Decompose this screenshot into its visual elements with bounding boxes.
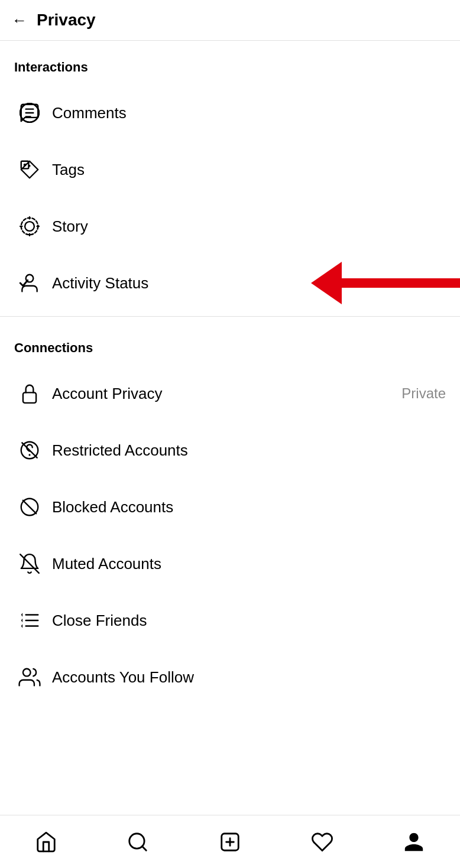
- lock-icon: [14, 378, 45, 409]
- page-title: Privacy: [37, 11, 96, 30]
- story-item[interactable]: Story: [0, 198, 460, 255]
- accounts-you-follow-item[interactable]: Accounts You Follow: [0, 649, 460, 706]
- search-icon: [127, 831, 149, 853]
- connections-section: Connections Account Privacy Private: [0, 321, 460, 706]
- svg-marker-23: [21, 619, 22, 622]
- comments-label: Comments: [52, 104, 127, 122]
- svg-marker-22: [21, 613, 22, 616]
- likes-nav-item[interactable]: [304, 824, 340, 860]
- comment-icon: [14, 97, 45, 128]
- muted-icon: [14, 548, 45, 579]
- back-button[interactable]: ←: [12, 11, 27, 30]
- close-friends-item[interactable]: Close Friends: [0, 592, 460, 649]
- section-divider: [0, 316, 460, 317]
- activity-status-item[interactable]: Activity Status: [0, 255, 460, 311]
- bottom-nav: [0, 815, 460, 868]
- svg-rect-12: [23, 392, 36, 402]
- muted-accounts-label: Muted Accounts: [52, 555, 161, 573]
- close-friends-label: Close Friends: [52, 612, 147, 630]
- search-nav-item[interactable]: [120, 824, 156, 860]
- svg-line-17: [23, 500, 36, 513]
- tags-label: Tags: [52, 161, 85, 179]
- comments-item[interactable]: Comments: [0, 84, 460, 141]
- blocked-icon: [14, 492, 45, 522]
- account-privacy-value: Private: [401, 385, 446, 402]
- restricted-accounts-item[interactable]: Restricted Accounts: [0, 422, 460, 479]
- likes-icon: [311, 831, 333, 853]
- activity-status-label: Activity Status: [52, 274, 148, 292]
- account-privacy-label: Account Privacy: [52, 385, 162, 403]
- story-label: Story: [52, 217, 88, 236]
- tag-icon: [14, 154, 45, 185]
- svg-point-5: [21, 218, 38, 235]
- new-post-icon: [219, 831, 241, 853]
- home-nav-item[interactable]: [28, 824, 64, 860]
- profile-nav-item[interactable]: [396, 824, 432, 860]
- svg-line-27: [142, 846, 147, 850]
- content: Interactions Comments: [0, 41, 460, 765]
- story-icon: [14, 211, 45, 242]
- svg-point-6: [25, 222, 34, 231]
- restricted-accounts-label: Restricted Accounts: [52, 441, 188, 460]
- muted-accounts-item[interactable]: Muted Accounts: [0, 535, 460, 592]
- blocked-accounts-item[interactable]: Blocked Accounts: [0, 479, 460, 535]
- connections-label: Connections: [0, 321, 460, 365]
- activity-icon: [14, 268, 45, 298]
- tags-item[interactable]: Tags: [0, 141, 460, 198]
- svg-marker-24: [21, 624, 22, 628]
- arrow-annotation: [311, 262, 460, 304]
- new-post-nav-item[interactable]: [212, 824, 248, 860]
- profile-icon: [403, 831, 425, 853]
- svg-point-14: [28, 454, 30, 456]
- account-privacy-item[interactable]: Account Privacy Private: [0, 365, 460, 422]
- restricted-icon: [14, 435, 45, 466]
- interactions-section: Interactions Comments: [0, 41, 460, 311]
- accounts-you-follow-label: Accounts You Follow: [52, 668, 194, 687]
- home-icon: [35, 831, 57, 853]
- close-friends-icon: [14, 605, 45, 636]
- interactions-label: Interactions: [0, 41, 460, 84]
- follow-icon: [14, 662, 45, 693]
- header: ← Privacy: [0, 0, 460, 41]
- svg-point-4: [28, 165, 30, 167]
- svg-point-25: [23, 669, 31, 677]
- blocked-accounts-label: Blocked Accounts: [52, 498, 173, 516]
